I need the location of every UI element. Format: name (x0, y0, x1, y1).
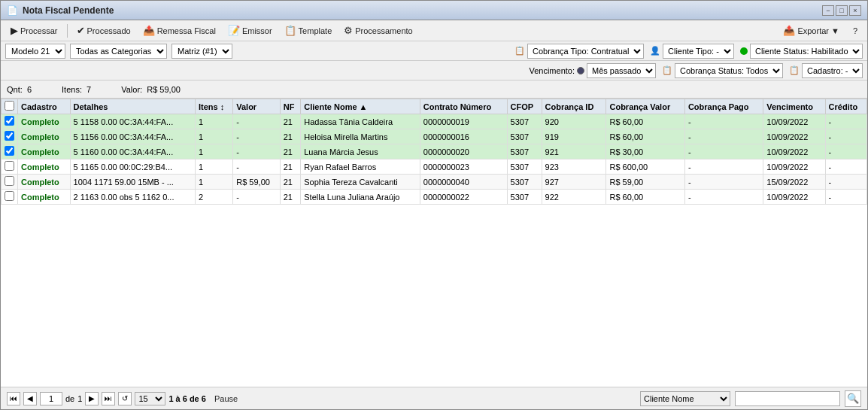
row-vencimento: 10/09/2022 (763, 144, 825, 159)
row-checkbox[interactable] (5, 191, 14, 201)
row-valor: - (233, 144, 280, 159)
pause-button[interactable]: Pause (209, 390, 243, 407)
row-itens: 2 (195, 190, 232, 205)
row-valor: - (233, 159, 280, 175)
table-row: Completo5 1160 0.00 0C:3A:44:FA...1-21Lu… (2, 144, 867, 159)
row-contrato: 0000000016 (420, 129, 507, 144)
row-itens: 1 (195, 114, 232, 129)
row-cobranca-pago: - (684, 190, 763, 205)
vencimento-radio[interactable] (577, 67, 584, 74)
row-cliente-nome: Sophia Tereza Cavalcanti (301, 175, 420, 190)
col-credito[interactable]: Crédito (825, 99, 866, 114)
row-checkbox-cell (2, 114, 18, 129)
minimize-button[interactable]: − (822, 5, 834, 16)
exportar-icon: 📤 (783, 25, 795, 36)
col-cadastro[interactable]: Cadastro (18, 99, 71, 114)
processamento-label: Processamento (355, 26, 412, 35)
col-vencimento[interactable]: Vencimento (763, 99, 825, 114)
row-checkbox-cell (2, 159, 18, 175)
processamento-icon: ⚙ (344, 25, 353, 36)
refresh-button[interactable]: ↺ (118, 392, 132, 405)
row-checkbox-cell (2, 190, 18, 205)
select-all-checkbox[interactable] (5, 101, 14, 111)
row-checkbox[interactable] (5, 146, 14, 156)
restore-button[interactable]: □ (836, 5, 848, 16)
row-valor: - (233, 129, 280, 144)
qnt-summary: Qnt: 6 (7, 85, 32, 94)
search-input[interactable] (735, 391, 840, 406)
table-container: Cadastro Detalhes Itens ↕ Valor NF Clien… (1, 99, 867, 387)
cobranca-status-chip: 📋 Cobrança Status: Todos (662, 63, 783, 78)
row-cliente-nome: Hadassa Tânia Caldeira (301, 114, 420, 129)
row-cadastro: Completo (18, 114, 71, 129)
table-row: Completo5 1165 0.00 00:0C:29:B4...1-21Ry… (2, 159, 867, 175)
row-vencimento: 15/09/2022 (763, 175, 825, 190)
prev-page-button[interactable]: ◀ (23, 392, 37, 405)
remessa-label: Remessa Fiscal (157, 26, 216, 35)
emissor-button[interactable]: 📝 Emissor (223, 23, 278, 39)
col-contrato[interactable]: Contrato Número (420, 99, 507, 114)
cadastro-icon: 📋 (789, 65, 800, 75)
row-checkbox[interactable] (5, 131, 14, 141)
cobranca-tipo-icon: 📋 (514, 46, 525, 56)
matriz-select[interactable]: Matriz (#1) (171, 44, 232, 59)
cobranca-status-select[interactable]: Cobrança Status: Todos (675, 63, 783, 78)
row-cadastro: Completo (18, 159, 71, 175)
row-detalhes: 5 1156 0.00 0C:3A:44:FA... (70, 129, 195, 144)
exportar-button[interactable]: 📤 Exportar ▼ (778, 23, 844, 39)
cobranca-tipo-select[interactable]: Cobrança Tipo: Contratual (527, 44, 644, 59)
table-row: Completo5 1158 0.00 0C:3A:44:FA...1-21Ha… (2, 114, 867, 129)
search-field-select[interactable]: Cliente Nome (640, 391, 730, 406)
row-cobranca-pago: - (684, 175, 763, 190)
row-detalhes: 5 1160 0.00 0C:3A:44:FA... (70, 144, 195, 159)
col-cfop[interactable]: CFOP (507, 99, 542, 114)
col-cobranca-valor[interactable]: Cobrança Valor (606, 99, 684, 114)
first-page-button[interactable]: ⏮ (7, 392, 20, 405)
processar-button[interactable]: ▶ Processar (5, 23, 63, 39)
table-row: Completo5 1156 0.00 0C:3A:44:FA...1-21He… (2, 129, 867, 144)
col-valor[interactable]: Valor (233, 99, 280, 114)
processamento-button[interactable]: ⚙ Processamento (338, 23, 417, 39)
status-dot (740, 47, 748, 55)
row-cobranca-id: 920 (542, 114, 606, 129)
processar-label: Processar (20, 26, 58, 35)
modelo-select[interactable]: Modelo 21 (5, 44, 65, 59)
row-checkbox[interactable] (5, 116, 14, 126)
cliente-tipo-icon: 👤 (650, 46, 660, 56)
categorias-select[interactable]: Todas as Categorias (70, 44, 167, 59)
template-icon: 📋 (284, 25, 296, 36)
remessa-fiscal-button[interactable]: 📤 Remessa Fiscal (138, 23, 221, 39)
col-cobranca-id[interactable]: Cobrança ID (542, 99, 606, 114)
template-button[interactable]: 📋 Template (279, 23, 338, 39)
search-button[interactable]: 🔍 (845, 390, 861, 407)
row-checkbox-cell (2, 129, 18, 144)
table-body: Completo5 1158 0.00 0C:3A:44:FA...1-21Ha… (2, 114, 867, 205)
processado-button[interactable]: ✔ Processado (71, 23, 136, 39)
col-cliente-nome[interactable]: Cliente Nome ▲ (301, 99, 420, 114)
row-cfop: 5307 (507, 190, 542, 205)
page-number-input[interactable] (40, 392, 62, 405)
help-button[interactable]: ? (848, 23, 863, 39)
emissor-label: Emissor (242, 26, 272, 35)
col-itens[interactable]: Itens ↕ (195, 99, 232, 114)
row-itens: 1 (195, 144, 232, 159)
last-page-button[interactable]: ⏭ (102, 392, 115, 405)
col-nf[interactable]: NF (280, 99, 301, 114)
main-window: 📄 Nota Fiscal Pendente − □ × ▶ Processar… (0, 0, 868, 410)
row-detalhes: 5 1158 0.00 0C:3A:44:FA... (70, 114, 195, 129)
col-detalhes[interactable]: Detalhes (70, 99, 195, 114)
help-label: ? (853, 26, 857, 35)
mes-passado-select[interactable]: Mês passado (587, 63, 656, 78)
next-page-button[interactable]: ▶ (85, 392, 99, 405)
cliente-tipo-select[interactable]: Cliente Tipo: - (663, 44, 734, 59)
window-icon: 📄 (7, 5, 18, 16)
per-page-select[interactable]: 15 25 50 100 (135, 392, 165, 405)
close-button[interactable]: × (849, 5, 861, 16)
cliente-status-select[interactable]: Cliente Status: Habilitado (750, 44, 863, 59)
pagination-right: Cliente Nome 🔍 (640, 390, 861, 407)
row-cliente-nome: Ryan Rafael Barros (301, 159, 420, 175)
row-checkbox[interactable] (5, 176, 14, 186)
cadastro-select[interactable]: Cadastro: - (802, 63, 863, 78)
row-checkbox[interactable] (5, 161, 14, 171)
col-cobranca-pago[interactable]: Cobrança Pago (684, 99, 763, 114)
